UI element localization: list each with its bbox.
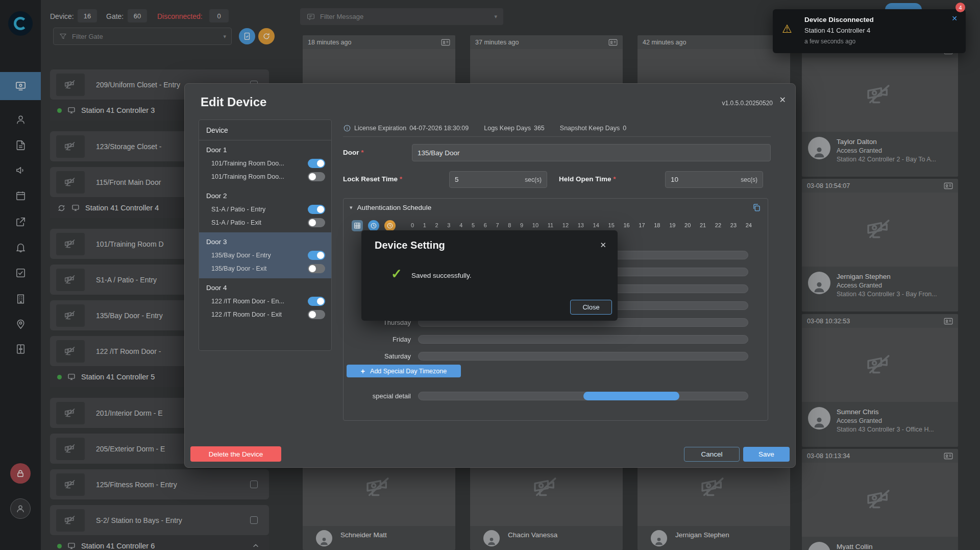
door-channel-toggle[interactable]: [308, 205, 325, 214]
license-value: 04-07-2026 18:30:09: [409, 125, 469, 132]
hour-tick: 8: [508, 222, 511, 228]
hour-tick: 6: [484, 222, 487, 228]
toast-title: Device Disconnected: [804, 16, 874, 23]
door-field-label: Door*: [343, 149, 364, 156]
cancel-button[interactable]: Cancel: [684, 447, 740, 462]
hour-tick: 7: [496, 222, 499, 228]
schedule-hours-axis: 0123456789101112131415161718192021222324: [411, 222, 752, 228]
hour-tick: 1: [423, 222, 426, 228]
snapshot-keep-value: 0: [623, 125, 626, 132]
door-channel-toggle[interactable]: [308, 297, 325, 306]
hour-tick: 20: [684, 222, 691, 228]
dialog-close-button[interactable]: Close: [570, 300, 612, 315]
door-name: Door 1: [199, 144, 331, 157]
hour-tick: 18: [654, 222, 660, 228]
license-label: License Expiration: [354, 125, 406, 132]
weekday-timezone-icon[interactable]: [368, 220, 379, 231]
device-panel-title: Device: [199, 120, 331, 140]
schedule-grid-icon[interactable]: [352, 220, 363, 231]
hour-tick: 2: [435, 222, 438, 228]
close-icon[interactable]: ✕: [951, 14, 958, 22]
hour-tick: 21: [700, 222, 706, 228]
door-channel-row: 101/Training Room Doo...: [199, 157, 331, 170]
dialog-title: Device Setting: [375, 240, 445, 251]
hour-tick: 10: [532, 222, 538, 228]
delete-device-button[interactable]: Delete the Device: [190, 446, 281, 462]
door-channel-label: S1-A / Patio - Exit: [211, 219, 261, 226]
license-info-row: License Expiration04-07-2026 18:30:09 Lo…: [343, 119, 771, 137]
door-channel-toggle[interactable]: [308, 310, 325, 319]
notification-badge: 4: [955, 3, 965, 12]
close-icon[interactable]: ✕: [600, 241, 606, 250]
hour-tick: 13: [578, 222, 584, 228]
hour-tick: 11: [548, 222, 553, 228]
door-name: Door 2: [199, 190, 331, 203]
day-label: Friday: [344, 336, 418, 343]
hour-tick: 23: [730, 222, 737, 228]
door-channel-row: 135/Bay Door - Entry: [199, 249, 331, 262]
door-channel-toggle[interactable]: [308, 251, 325, 260]
door-channel-row: 122 /IT Room Door - Exit: [199, 308, 331, 321]
door-channel-label: S1-A / Patio - Entry: [211, 206, 265, 213]
door-channel-toggle[interactable]: [308, 159, 325, 168]
dialog-message: Saved successfully.: [411, 272, 472, 279]
held-open-label: Held Open Time*: [559, 175, 616, 183]
door-channel-row: 135/Bay Door - Exit: [199, 262, 331, 275]
warning-icon: ⚠: [782, 22, 792, 36]
held-open-input[interactable]: 10sec(s): [665, 171, 763, 188]
door-group[interactable]: Door 3 135/Bay Door - Entry 135/Bay Door…: [199, 232, 331, 278]
logs-keep-label: Logs Keep Days: [484, 125, 531, 132]
day-timeline[interactable]: [418, 335, 748, 344]
copy-schedule-icon[interactable]: [752, 203, 762, 212]
day-label: Saturday: [344, 352, 418, 360]
schedule-day-row: Friday: [344, 331, 768, 348]
hour-tick: 4: [459, 222, 462, 228]
hour-tick: 12: [562, 222, 569, 228]
door-name: Door 3: [199, 236, 331, 249]
hour-tick: 14: [593, 222, 599, 228]
add-special-label: Add Special Day Timezone: [370, 368, 447, 375]
lock-reset-input[interactable]: 5sec(s): [449, 171, 547, 188]
door-group[interactable]: Door 4 122 /IT Room Door - En... 122 /IT…: [199, 278, 331, 324]
plus-icon: +: [361, 367, 365, 375]
snapshot-keep-label: Snapshot Keep Days: [560, 125, 620, 132]
hour-tick: 5: [472, 222, 475, 228]
hour-tick: 0: [411, 222, 414, 228]
special-detail-timeline[interactable]: [418, 392, 748, 400]
hour-tick: 15: [608, 222, 615, 228]
schedule-day-row: Saturday: [344, 348, 768, 365]
lock-reset-unit: sec(s): [525, 176, 542, 183]
modal-title: Edit Device: [201, 95, 266, 109]
hour-tick: 16: [623, 222, 629, 228]
toast-subtitle: Station 41 Controller 4: [804, 27, 870, 34]
caret-down-icon[interactable]: ▾: [350, 204, 353, 211]
hour-tick: 17: [639, 222, 645, 228]
door-channel-toggle[interactable]: [308, 218, 325, 227]
special-timezone-icon[interactable]: [384, 220, 396, 231]
close-icon[interactable]: ✕: [779, 95, 786, 105]
lock-reset-label: Lock Reset Time*: [343, 175, 402, 183]
hour-tick: 24: [746, 222, 752, 228]
device-setting-dialog: Device Setting ✕ ✓ Saved successfully. C…: [361, 230, 618, 321]
hour-tick: 22: [715, 222, 721, 228]
add-special-day-timezone-button[interactable]: + Add Special Day Timezone: [347, 365, 461, 377]
special-detail-label: special detail: [344, 392, 418, 400]
door-group[interactable]: Door 2 S1-A / Patio - Entry S1-A / Patio…: [199, 186, 331, 232]
logs-keep-value: 365: [534, 125, 545, 132]
version-label: v1.0.5.0.20250520: [722, 100, 773, 107]
special-timezone-segment[interactable]: [583, 392, 679, 400]
save-button[interactable]: Save: [743, 447, 790, 462]
toast-time: a few seconds ago: [804, 38, 855, 45]
door-name-input[interactable]: 135/Bay Door: [412, 144, 771, 161]
hour-tick: 19: [669, 222, 675, 228]
info-icon: [343, 124, 351, 132]
door-channel-row: 122 /IT Room Door - En...: [199, 295, 331, 308]
success-check-icon: ✓: [391, 266, 402, 282]
day-timeline[interactable]: [418, 352, 748, 361]
door-channel-label: 122 /IT Room Door - En...: [211, 298, 284, 305]
device-disconnected-toast: ⚠ Device Disconnected Station 41 Control…: [773, 9, 966, 53]
door-channel-toggle[interactable]: [308, 264, 325, 273]
door-group[interactable]: Door 1 101/Training Room Doo... 101/Trai…: [199, 140, 331, 186]
door-channel-toggle[interactable]: [308, 172, 325, 181]
door-channel-label: 122 /IT Room Door - Exit: [211, 311, 282, 318]
